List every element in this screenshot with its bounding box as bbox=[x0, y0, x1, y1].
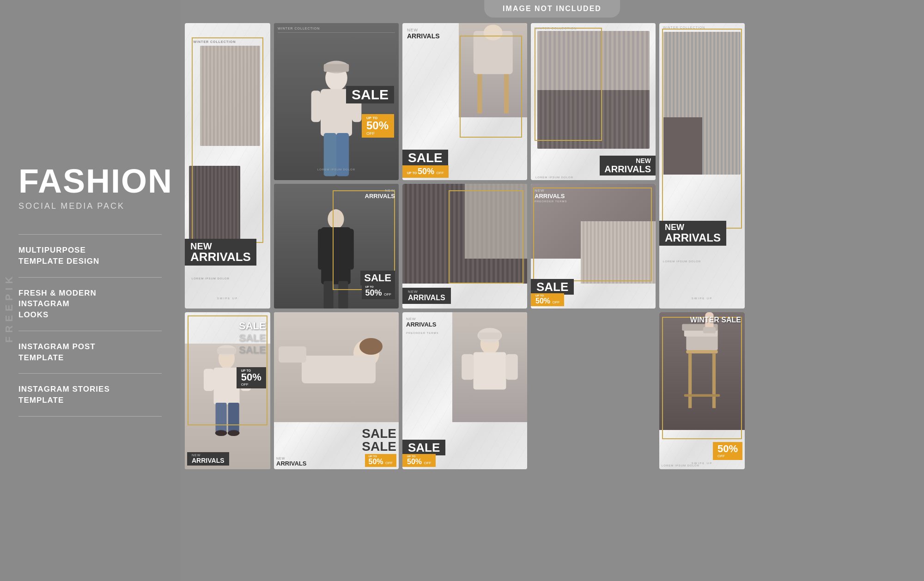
svg-rect-35 bbox=[479, 333, 501, 339]
feature-multipurpose: MULTIPURPOSETEMPLATE DESIGN bbox=[18, 234, 162, 277]
card2-sale: SALE bbox=[346, 86, 394, 103]
card9-new-arrivals: NEW ARRIVALS bbox=[187, 452, 229, 466]
svg-rect-9 bbox=[504, 70, 509, 114]
sidebar-title: FASHION bbox=[18, 164, 162, 198]
card11-sale: SALE bbox=[402, 440, 445, 455]
card12-percent: 50% OFF bbox=[713, 442, 742, 460]
svg-point-32 bbox=[359, 338, 383, 355]
feature-post-text: INSTAGRAM POSTTEMPLATE bbox=[18, 341, 162, 363]
card5-lorem: LOREM IPSUM DOLOR bbox=[663, 260, 701, 263]
card8-new: NEW ARRIVALS bbox=[535, 188, 565, 200]
card-6-square[interactable]: NEW ARRIVALS SALE UP TO 50% OFF bbox=[274, 184, 399, 309]
sidebar: FASHION SOCIAL MEDIA PACK MULTIPURPOSETE… bbox=[0, 0, 180, 581]
feature-stories-text: INSTAGRAM STORIESTEMPLATE bbox=[18, 384, 162, 406]
svg-rect-37 bbox=[462, 354, 474, 380]
card11-preorder: PREORDER TERMS bbox=[406, 332, 439, 334]
svg-point-13 bbox=[328, 209, 344, 229]
svg-rect-7 bbox=[324, 64, 349, 72]
svg-rect-39 bbox=[686, 350, 717, 353]
card6-sale: SALE bbox=[360, 271, 395, 285]
svg-rect-43 bbox=[686, 335, 717, 350]
card8-sale: SALE bbox=[531, 279, 574, 295]
svg-rect-36 bbox=[474, 352, 506, 390]
card-12-story[interactable]: WINTER SALE 50% OFF LOREM IPSUM DOLOR SW… bbox=[659, 312, 745, 469]
svg-rect-41 bbox=[712, 353, 716, 408]
card7-new: NEW ARRIVALS bbox=[402, 288, 451, 304]
card1-winter-tag: WINTER COLLECTION bbox=[194, 40, 236, 43]
card12-swipeup: SWIPE UP bbox=[692, 462, 712, 465]
sidebar-features: MULTIPURPOSETEMPLATE DESIGN FRESH & MODE… bbox=[18, 234, 162, 417]
card1-new-arrivals: NEW ARRIVALS bbox=[185, 239, 256, 266]
svg-rect-30 bbox=[302, 356, 376, 383]
feature-stories: INSTAGRAM STORIESTEMPLATE bbox=[18, 373, 162, 417]
card3-sale: SALE bbox=[402, 150, 448, 166]
card8-percent: UP TO 50% OFF bbox=[531, 293, 564, 306]
card11-percent: UP TO 50% OFF bbox=[402, 454, 436, 467]
card-7-square[interactable]: NEW ARRIVALS bbox=[402, 184, 527, 309]
card4-lorem: LOREM IPSUM DOLOR bbox=[535, 176, 573, 179]
svg-rect-8 bbox=[477, 70, 482, 114]
svg-rect-26 bbox=[228, 403, 239, 432]
card1-swipeup: SWIPE UP bbox=[217, 297, 238, 300]
card6-percent: UP TO 50% OFF bbox=[362, 284, 395, 299]
card4-new-arrivals: NEW ARRIVALS bbox=[600, 156, 656, 176]
svg-rect-38 bbox=[505, 354, 517, 380]
svg-rect-4 bbox=[311, 91, 321, 122]
card10-sale-stack: SALE SALE bbox=[362, 427, 396, 453]
card-1-story[interactable]: WINTER COLLECTION NEW ARRIVALS LOREM IPS… bbox=[185, 23, 270, 309]
svg-point-28 bbox=[228, 430, 240, 436]
image-not-included-badge: IMAGE NOT INCLUDED bbox=[484, 0, 620, 18]
card-3-square[interactable]: NEW ARRIVALS SALE UP TO 50% OFF bbox=[402, 23, 527, 180]
svg-rect-47 bbox=[703, 327, 716, 333]
card12-lorem: LOREM IPSUM DOLOR bbox=[662, 464, 699, 467]
card9-percent-block: UP TO 50% OFF bbox=[237, 367, 266, 388]
main-content: IMAGE NOT INCLUDED WINTER COLLECTION NEW… bbox=[180, 0, 924, 581]
svg-rect-17 bbox=[323, 281, 333, 309]
feature-multipurpose-text: MULTIPURPOSETEMPLATE DESIGN bbox=[18, 245, 162, 267]
card2-percent: UP TO 50% OFF bbox=[362, 114, 394, 138]
card12-winter-sale: WINTER SALE bbox=[690, 316, 741, 324]
card-2-square[interactable]: WINTER COLLECTION SALE UP TO 50% OFF LOR… bbox=[274, 23, 399, 180]
svg-rect-25 bbox=[216, 403, 227, 432]
card8-preorder: PREORDER TERMS bbox=[535, 200, 567, 203]
svg-rect-15 bbox=[318, 229, 326, 269]
card6-new: NEW ARRIVALS bbox=[365, 188, 395, 200]
svg-point-12 bbox=[483, 24, 502, 40]
svg-rect-42 bbox=[684, 394, 720, 397]
freepik-watermark: FREEPIK bbox=[3, 272, 15, 342]
feature-fresh-text: FRESH & MODERNINSTAGRAMLOOKS bbox=[18, 288, 162, 321]
card-5-story[interactable]: WINTER COLLECTION NEW ARRIVALS LOREM IPS… bbox=[659, 23, 745, 309]
card10-new: NEW ARRIVALS bbox=[276, 457, 306, 467]
card5-winter: WINTER COLLECTION bbox=[663, 26, 705, 29]
card5-swipeup: SWIPE UP bbox=[692, 297, 712, 300]
feature-post: INSTAGRAM POSTTEMPLATE bbox=[18, 331, 162, 374]
svg-rect-40 bbox=[688, 353, 692, 408]
card1-lorem: LOREM IPSUM DOLOR bbox=[192, 277, 230, 280]
svg-rect-18 bbox=[338, 281, 348, 309]
svg-rect-23 bbox=[204, 369, 214, 391]
card-9-story[interactable]: SALE SALE SALE UP TO 50% OFF NEW ARRIVAL… bbox=[185, 312, 270, 469]
svg-rect-31 bbox=[279, 346, 306, 363]
card11-new: NEW ARRIVALS bbox=[406, 317, 436, 328]
svg-rect-21 bbox=[218, 348, 236, 354]
card-10-square[interactable]: SALE SALE NEW ARRIVALS UP TO 50% OFF bbox=[274, 312, 399, 469]
feature-fresh: FRESH & MODERNINSTAGRAMLOOKS bbox=[18, 277, 162, 331]
svg-rect-22 bbox=[214, 368, 240, 405]
card2-lorem: LOREM IPSUM DOLOR bbox=[317, 168, 355, 171]
card2-winter: WINTER COLLECTION bbox=[278, 27, 320, 30]
card3-percent: UP TO 50% OFF bbox=[402, 165, 449, 178]
card-11-square[interactable]: NEW ARRIVALS PREORDER TERMS SALE UP TO 5… bbox=[402, 312, 527, 469]
card5-new-arrivals: NEW ARRIVALS bbox=[659, 221, 726, 246]
svg-point-27 bbox=[215, 430, 227, 436]
sidebar-subtitle: SOCIAL MEDIA PACK bbox=[18, 201, 162, 211]
template-grid: WINTER COLLECTION NEW ARRIVALS LOREM IPS… bbox=[185, 23, 915, 572]
card-8-square[interactable]: NEW ARRIVALS PREORDER TERMS SALE UP TO 5… bbox=[531, 184, 656, 309]
card9-sale-stack: SALE SALE SALE bbox=[239, 320, 266, 356]
svg-rect-16 bbox=[346, 229, 354, 269]
card10-percent: UP TO 50% OFF bbox=[365, 454, 396, 467]
card3-new: NEW ARRIVALS bbox=[407, 28, 440, 40]
card4-winter: WINTER COLLECTION bbox=[535, 27, 577, 30]
card-4-square[interactable]: WINTER COLLECTION NEW ARRIVALS LOREM IPS… bbox=[531, 23, 656, 180]
